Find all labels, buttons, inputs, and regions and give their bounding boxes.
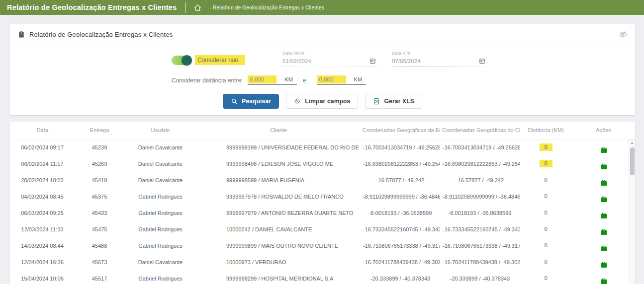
distance-from-input[interactable]: [248, 75, 276, 83]
cell-data: 12/03/2024 11:33: [10, 221, 75, 237]
cell-usuario: Gabriel Rodrigues: [124, 237, 196, 254]
cell-cliente: 9999999899 / MAIS OUTRO NOVO CLIENTE: [196, 237, 361, 254]
briefcase-icon[interactable]: [600, 179, 608, 187]
date-end-label: Data Fim: [392, 51, 486, 56]
cell-usuario: Daniel Cavalcante: [124, 139, 196, 155]
clear-fields-button[interactable]: Limpar campos: [286, 94, 358, 109]
clear-fields-button-label: Limpar campos: [305, 98, 350, 105]
table-scrollbar[interactable]: ▲: [629, 140, 635, 284]
xls-file-icon: [373, 98, 380, 105]
cell-entrega: 45517: [75, 270, 124, 284]
cell-acoes: [572, 205, 635, 221]
cell-usuario: Gabriel Rodrigues: [124, 270, 196, 284]
search-button[interactable]: Pesquisar: [223, 94, 279, 109]
breadcrumb: - Relatório de Geolocalização Entregas x…: [209, 5, 324, 10]
home-icon[interactable]: [194, 4, 201, 11]
cell-data: 04/03/2024 08:45: [10, 188, 75, 205]
briefcase-icon[interactable]: [600, 261, 608, 269]
distance-value: 0: [540, 193, 552, 200]
briefcase-icon[interactable]: [600, 195, 608, 203]
cell-acoes: [572, 221, 635, 237]
cell-usuario: Daniel Cavalcante: [124, 254, 196, 270]
briefcase-icon[interactable]: [600, 162, 608, 170]
cell-distancia: 0: [520, 254, 572, 270]
date-start-value: 01/02/2024: [282, 58, 311, 64]
table-row: 15/04/2024 10:0645517Gabriel Rodrigues99…: [10, 270, 635, 284]
date-start-label: Data Início: [282, 51, 377, 56]
distance-to-input[interactable]: [317, 75, 346, 83]
cell-distancia: 0: [520, 188, 572, 205]
cell-entrega: 45433: [75, 205, 124, 221]
briefcase-icon[interactable]: [600, 277, 608, 284]
cell-distancia: 0: [520, 237, 572, 254]
cell-cliente: 9999998299 / HOSPITAL MERIDIONAL S.A: [196, 270, 361, 284]
cell-usuario: Daniel Cavalcante: [124, 172, 196, 188]
filter-row-toggle-dates: Considerar raio Data Início 01/02/2024 D…: [10, 51, 635, 67]
eye-slash-icon[interactable]: [619, 30, 627, 38]
page-title: Relatório de Geolocalização Entregas x C…: [7, 3, 177, 11]
cell-entrega: 45673: [75, 254, 124, 270]
calendar-icon[interactable]: [479, 58, 485, 64]
cell-entrega: 45269: [75, 155, 124, 172]
cell-distancia: 0: [520, 172, 572, 188]
briefcase-icon[interactable]: [600, 212, 608, 219]
table-row: 06/02/2024 11:1745269Daniel Cavalcante99…: [10, 155, 635, 172]
cell-distancia: 0: [520, 139, 572, 155]
cell-acoes: [572, 139, 635, 155]
cell-coordEntrega: -16.702411788439438 / -49.30218: [361, 254, 440, 270]
distance-conjunction: e: [303, 77, 306, 84]
table-row: 28/02/2024 18:0245418Daniel Cavalcante99…: [10, 172, 635, 188]
cell-coordEntrega: -16.698029812222853 / -49.2549: [361, 155, 440, 172]
calendar-icon[interactable]: [369, 58, 376, 64]
column-header-entrega: Entrega: [75, 122, 124, 139]
cell-cliente: 9999998599 / MARIA EUGENIA: [196, 172, 361, 188]
table-row: 06/03/2024 09:2545433Gabriel Rodrigues99…: [10, 205, 635, 221]
column-header-data: Data: [10, 122, 75, 139]
cell-coordEntrega: -16.57877 / -49.242: [361, 172, 440, 188]
cell-usuario: Gabriel Rodrigues: [124, 188, 196, 205]
cell-cliente: 10000973 / VERDURAO: [196, 254, 361, 270]
cell-coordCliente: -8.0018193 / -36.0638599: [440, 205, 520, 221]
cell-coordCliente: -8.911029899999999 / -36.4846211: [440, 188, 520, 205]
distance-value: 0: [540, 143, 552, 151]
report-clipboard-icon: [18, 31, 25, 38]
cell-distancia: 0: [520, 221, 572, 237]
scroll-up-icon[interactable]: ▲: [629, 140, 635, 146]
table-row: 12/03/2024 11:3345475Gabriel Rodrigues10…: [10, 221, 635, 237]
date-end-field[interactable]: Data Fim 07/05/2024: [392, 51, 486, 67]
search-icon: [231, 98, 238, 105]
cell-distancia: 0: [520, 155, 572, 172]
scrollbar-thumb[interactable]: [630, 147, 635, 175]
cell-acoes: [572, 254, 635, 270]
distance-value: 0: [540, 275, 552, 282]
filter-row-buttons: Pesquisar Limpar campos Gerar XLS: [10, 94, 635, 109]
filter-row-distance: Considerar distância entre: KM e KM: [10, 75, 635, 85]
cell-cliente: 9999997979 / ANTONIO BEZERRA DUARTE NETO: [196, 205, 361, 221]
eraser-icon: [294, 98, 301, 105]
date-start-field[interactable]: Data Início 01/02/2024: [282, 51, 377, 67]
cell-coordCliente: -16.733345522160745 / -49.343478: [440, 221, 520, 237]
cell-usuario: Gabriel Rodrigues: [124, 205, 196, 221]
cell-entrega: 45239: [75, 139, 124, 155]
considerar-raio-toggle[interactable]: [172, 56, 192, 65]
distance-from-unit: KM: [284, 76, 293, 82]
cell-entrega: 45418: [75, 172, 124, 188]
cell-acoes: [572, 172, 635, 188]
table-row: 06/02/2024 09:1745239Daniel Cavalcante99…: [10, 139, 635, 155]
filter-card: Relatório de Geolocalização Entregas x C…: [10, 24, 635, 115]
briefcase-icon[interactable]: [600, 244, 608, 252]
cell-data: 15/04/2024 10:06: [10, 270, 75, 284]
cell-coordCliente: -16.698029812222853 / -49.25490: [440, 155, 520, 172]
cell-coordEntrega: -8.911029899999999 / -36.48462: [361, 188, 440, 205]
table-row: 04/03/2024 08:4545375Gabriel Rodrigues99…: [10, 188, 635, 205]
cell-entrega: 45375: [75, 188, 124, 205]
cell-cliente: 9999998199 / UNIVERSIDADE FEDERAL DO RIO…: [196, 139, 361, 155]
cell-usuario: Daniel Cavalcante: [124, 155, 196, 172]
briefcase-icon[interactable]: [600, 228, 608, 236]
cell-coordCliente: -20.333899 / -40.378343: [440, 270, 520, 284]
generate-xls-button-label: Gerar XLS: [384, 98, 414, 105]
generate-xls-button[interactable]: Gerar XLS: [365, 94, 422, 109]
cell-coordCliente: -16.57877 / -49.242: [440, 172, 520, 188]
briefcase-icon[interactable]: [600, 146, 608, 154]
distance-value: 0: [540, 160, 552, 167]
